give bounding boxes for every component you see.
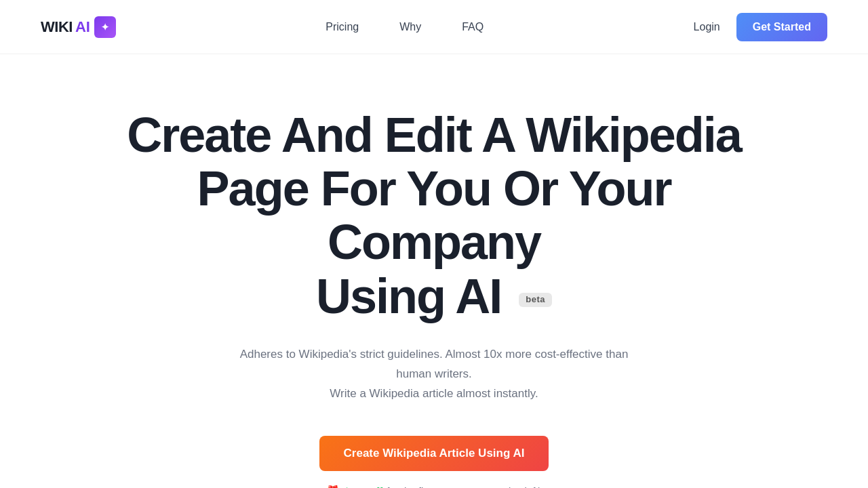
nav-links: Pricing Why FAQ xyxy=(326,21,484,33)
hero-title-line2: Page For You Or Your Company xyxy=(197,161,671,269)
hero-title-line1: Create And Edit A Wikipedia xyxy=(127,108,741,162)
logo[interactable]: WIKI AI ✦ xyxy=(41,16,116,38)
cta-button[interactable]: Create Wikipedia Article Using AI xyxy=(319,436,549,471)
hero-subtitle-line1: Adheres to Wikipedia's strict guidelines… xyxy=(240,348,629,380)
login-button[interactable]: Login xyxy=(694,21,720,33)
discount-amount: $100 off xyxy=(344,485,382,488)
get-started-button[interactable]: Get Started xyxy=(736,13,827,41)
nav-link-why[interactable]: Why xyxy=(399,21,421,33)
discount-row: 🎁 $100 off for the first 100 customers (… xyxy=(326,485,541,488)
hero-section: Create And Edit A Wikipedia Page For You… xyxy=(0,54,868,488)
logo-icon: ✦ xyxy=(94,16,116,38)
gift-icon: 🎁 xyxy=(326,485,340,488)
beta-badge: beta xyxy=(519,293,552,306)
hero-title: Create And Edit A Wikipedia Page For You… xyxy=(95,108,773,323)
hero-subtitle: Adheres to Wikipedia's strict guidelines… xyxy=(231,345,637,404)
discount-description: for the first 100 customers (18 left) xyxy=(387,485,541,488)
nav-link-faq[interactable]: FAQ xyxy=(462,21,484,33)
nav-link-pricing[interactable]: Pricing xyxy=(326,21,359,33)
hero-subtitle-line2: Write a Wikipedia article almost instant… xyxy=(330,387,538,400)
nav-right: Login Get Started xyxy=(694,13,827,41)
logo-wiki-text: WIKI xyxy=(41,18,73,36)
logo-ai-text: AI xyxy=(75,18,90,36)
navbar: WIKI AI ✦ Pricing Why FAQ Login Get Star… xyxy=(0,0,868,54)
hero-title-line3: Using AI xyxy=(316,269,501,323)
